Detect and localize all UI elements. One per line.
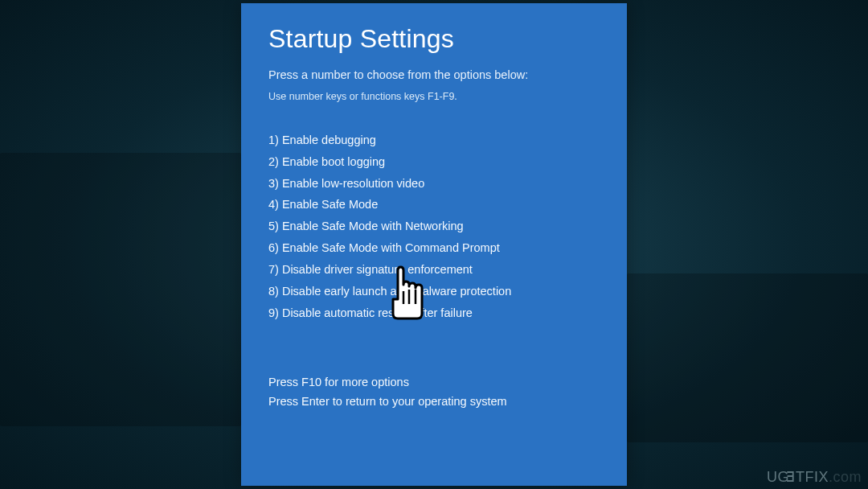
option-enable-low-res-video[interactable]: 3) Enable low-resolution video [268, 173, 600, 195]
option-disable-auto-restart[interactable]: 9) Disable automatic restart after failu… [268, 302, 600, 324]
background-panel-right [627, 273, 868, 442]
footer-return-os: Press Enter to return to your operating … [268, 392, 600, 411]
page-title: Startup Settings [268, 24, 600, 54]
watermark-text: UGƎTFIX.com [767, 468, 862, 486]
option-disable-anti-malware[interactable]: 8) Disable early launch anti-malware pro… [268, 281, 600, 302]
option-enable-safe-mode-cmd[interactable]: 6) Enable Safe Mode with Command Prompt [268, 237, 600, 259]
option-enable-boot-logging[interactable]: 2) Enable boot logging [268, 151, 600, 173]
hint-text: Use number keys or functions keys F1-F9. [268, 91, 600, 102]
background-panel-left [0, 153, 241, 426]
option-enable-safe-mode[interactable]: 4) Enable Safe Mode [268, 194, 600, 216]
startup-settings-window: Startup Settings Press a number to choos… [241, 3, 627, 486]
boot-options-list: 1) Enable debugging 2) Enable boot loggi… [268, 129, 600, 323]
option-enable-debugging[interactable]: 1) Enable debugging [268, 129, 600, 151]
option-disable-driver-sig[interactable]: 7) Disable driver signature enforcement [268, 259, 600, 281]
instruction-text: Press a number to choose from the option… [268, 68, 600, 81]
footer-more-options: Press F10 for more options [268, 373, 600, 392]
option-enable-safe-mode-networking[interactable]: 5) Enable Safe Mode with Networking [268, 216, 600, 237]
